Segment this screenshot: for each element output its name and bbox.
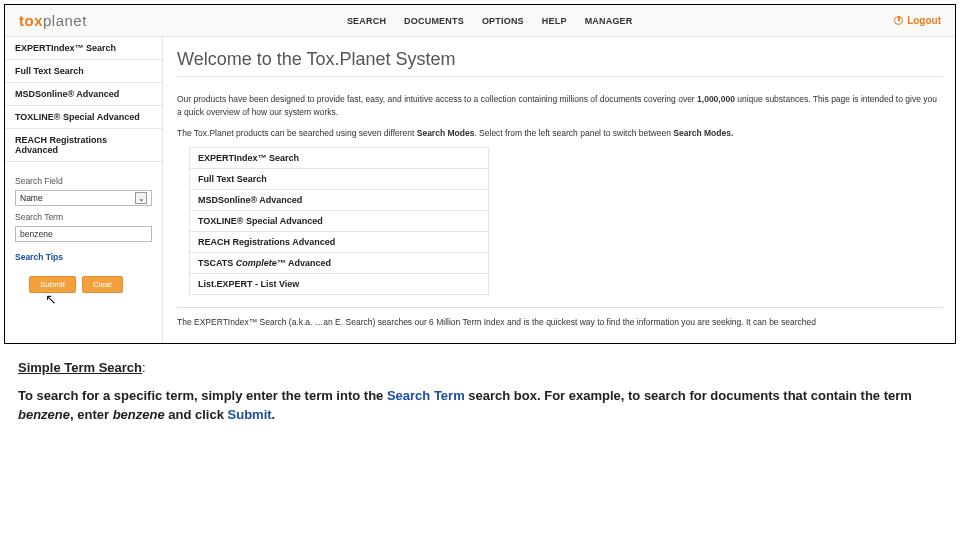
clear-button[interactable]: Clear [82,276,123,293]
mode-table: EXPERTIndex™ Search Full Text Search MSD… [189,147,489,295]
sidebar-mode-msds[interactable]: MSDSonline® Advanced [5,83,162,106]
logout-link[interactable]: Logout [894,15,941,26]
caption-body: To search for a specific term, simply en… [18,386,942,425]
mode-row-fulltext[interactable]: Full Text Search [190,169,488,190]
search-tips-link[interactable]: Search Tips [15,252,152,262]
topbar: toxplanet SEARCH DOCUMENTS OPTIONS HELP … [5,5,955,37]
sidebar-mode-toxline[interactable]: TOXLINE® Special Advanced [5,106,162,129]
chevron-down-icon: ⌄ [135,192,147,204]
mode-row-msds[interactable]: MSDSonline® Advanced [190,190,488,211]
mode-row-listexpert[interactable]: List.EXPERT - List View [190,274,488,295]
logout-label: Logout [907,15,941,26]
content-row: EXPERTIndex™ Search Full Text Search MSD… [5,37,955,343]
sidebar: EXPERTIndex™ Search Full Text Search MSD… [5,37,163,343]
nav-help[interactable]: HELP [542,16,567,26]
top-nav: SEARCH DOCUMENTS OPTIONS HELP MANAGER [347,16,633,26]
divider [177,307,943,308]
search-term-label: Search Term [15,212,152,222]
search-field-label: Search Field [15,176,152,186]
nav-manager[interactable]: MANAGER [585,16,633,26]
mode-row-toxline[interactable]: TOXLINE® Special Advanced [190,211,488,232]
power-icon [894,16,903,25]
intro-para-1: Our products have been designed to provi… [177,93,943,119]
search-term-input[interactable]: benzene [15,226,152,242]
sidebar-mode-reach[interactable]: REACH Registrations Advanced [5,129,162,162]
search-field-select[interactable]: Name ⌄ [15,190,152,206]
brand-planet: planet [43,12,87,29]
mode-row-expert[interactable]: EXPERTIndex™ Search [190,148,488,169]
mode-row-tscats[interactable]: TSCATS Complete™ Advanced [190,253,488,274]
intro-para-2: The Tox.Planet products can be searched … [177,127,943,140]
caption-block: Simple Term Search: To search for a spec… [0,348,960,435]
sidebar-mode-fulltext[interactable]: Full Text Search [5,60,162,83]
search-field-value: Name [20,193,43,203]
page-title: Welcome to the Tox.Planet System [177,41,943,77]
screenshot-frame: toxplanet SEARCH DOCUMENTS OPTIONS HELP … [4,4,956,344]
sidebar-mode-expert[interactable]: EXPERTIndex™ Search [5,37,162,60]
mode-row-reach[interactable]: REACH Registrations Advanced [190,232,488,253]
main-panel: Welcome to the Tox.Planet System Our pro… [163,37,955,343]
nav-options[interactable]: OPTIONS [482,16,524,26]
nav-search[interactable]: SEARCH [347,16,386,26]
expert-para: The EXPERTIndex™ Search (a.k.a. …an E. S… [177,316,943,329]
cursor-icon: ↖ [45,295,152,303]
brand-logo: toxplanet [19,12,87,29]
brand-tox: tox [19,12,43,29]
caption-title: Simple Term Search [18,360,142,375]
search-form: Search Field Name ⌄ Search Term benzene … [5,162,162,317]
nav-documents[interactable]: DOCUMENTS [404,16,464,26]
caption-heading: Simple Term Search: [18,358,942,378]
